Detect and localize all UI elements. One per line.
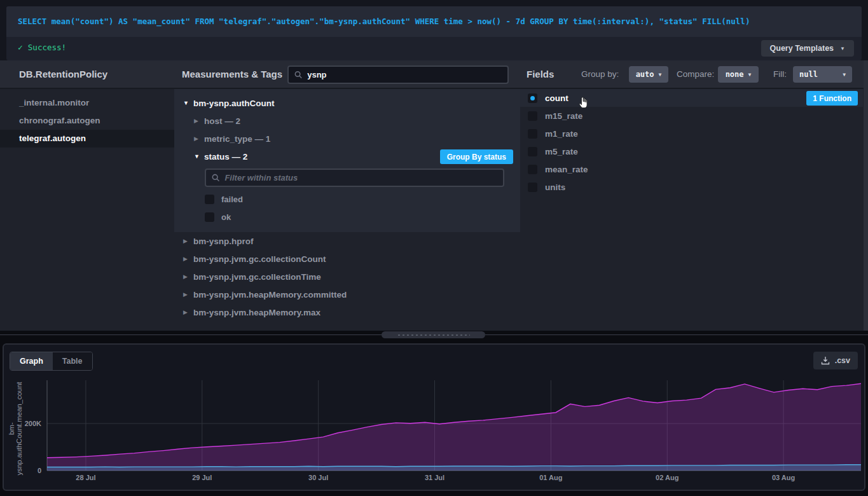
field-checkbox[interactable] xyxy=(528,147,537,156)
measurement-search[interactable] xyxy=(287,65,509,84)
group-by-label: Group by: xyxy=(581,60,619,88)
field-label: units xyxy=(545,183,565,192)
caret-right-icon: ▶ xyxy=(183,291,189,298)
measurements-tree: ▼bm-ysnp.authCount▶host — 2▶metric_type … xyxy=(174,89,520,321)
measurement-label: bm-ysnp.authCount xyxy=(193,99,275,108)
chevron-down-icon: ▼ xyxy=(840,46,845,52)
measurement-row[interactable]: ▶bm-ysnp.jvm.heapMemory.max xyxy=(174,303,520,321)
tag-row[interactable]: ▶metric_type — 1 xyxy=(174,130,520,148)
tag-value-checkbox[interactable] xyxy=(205,212,214,222)
tag-label: metric_type — 1 xyxy=(204,134,270,144)
fill-value: null xyxy=(799,70,818,79)
compare-dropdown[interactable]: none ▼ xyxy=(718,66,759,83)
field-checkbox[interactable] xyxy=(528,165,537,174)
drag-dots-icon xyxy=(397,334,470,336)
tag-row[interactable]: ▼status — 2Group By status xyxy=(174,148,520,165)
db-list: _internal.monitorchronograf.autogenteleg… xyxy=(0,89,174,148)
x-tick-label: 29 Jul xyxy=(192,474,212,481)
query-card: SELECT mean("count") AS "mean_count" FRO… xyxy=(6,6,862,60)
field-row[interactable]: mean_rate xyxy=(520,160,863,178)
field-label: count xyxy=(545,93,568,103)
tag-value-checkbox[interactable] xyxy=(205,195,214,204)
caret-right-icon: ▶ xyxy=(183,238,189,244)
expanded-measurement-panel: ▼bm-ysnp.authCount▶host — 2▶metric_type … xyxy=(174,89,520,232)
query-status: ✓ Success! xyxy=(18,43,66,52)
measurement-label: bm-ysnp.jvm.heapMemory.max xyxy=(193,308,320,317)
tag-label: host — 2 xyxy=(204,116,240,126)
field-row[interactable]: m15_rate xyxy=(520,107,863,125)
fields-list: count1 Functionm15_ratem1_ratem5_ratemea… xyxy=(520,89,863,196)
x-tick-label: 30 Jul xyxy=(308,474,328,481)
tab-table[interactable]: Table xyxy=(53,352,92,370)
field-row[interactable]: count1 Function xyxy=(520,89,863,107)
fill-label: Fill: xyxy=(773,60,787,88)
measurements-panel-title: Measurements & Tags xyxy=(182,60,282,88)
chart-area-failed xyxy=(47,383,861,471)
measurement-row[interactable]: ▶bm-ysnp.jvm.heapMemory.committed xyxy=(174,286,520,303)
field-checkbox[interactable] xyxy=(528,111,537,121)
caret-down-icon: ▼ xyxy=(183,100,189,106)
caret-right-icon: ▶ xyxy=(183,256,189,262)
x-tick-label: 02 Aug xyxy=(656,474,679,481)
fill-dropdown[interactable]: null ▼ xyxy=(793,66,852,83)
download-icon xyxy=(821,356,830,365)
tag-value-label: ok xyxy=(221,212,231,222)
db-item[interactable]: telegraf.autogen xyxy=(0,130,174,148)
graph-table-toggle: GraphTable xyxy=(10,352,93,371)
compare-value: none xyxy=(726,70,744,79)
group-by-dropdown[interactable]: auto ▼ xyxy=(629,66,668,83)
measurement-search-input[interactable] xyxy=(307,70,502,79)
tag-label: status — 2 xyxy=(204,152,247,162)
field-checkbox[interactable] xyxy=(528,129,537,139)
chevron-down-icon: ▼ xyxy=(843,72,846,78)
tag-row[interactable]: ▶host — 2 xyxy=(174,112,520,130)
query-templates-label: Query Templates xyxy=(770,44,834,53)
field-row[interactable]: m5_rate xyxy=(520,142,863,160)
tag-value-filter[interactable] xyxy=(205,169,504,187)
csv-label: .csv xyxy=(835,356,850,365)
explorer-header: DB.RetentionPolicy Measurements & Tags F… xyxy=(0,60,868,89)
db-item[interactable]: chronograf.autogen xyxy=(0,112,174,130)
measurement-label: bm-ysnp.jvm.gc.collectionTime xyxy=(193,272,321,282)
field-row[interactable]: units xyxy=(520,178,863,196)
chevron-down-icon: ▼ xyxy=(659,72,662,78)
y-tick-label: 0 xyxy=(38,467,41,474)
x-tick-label: 03 Aug xyxy=(772,474,795,481)
tag-value-row[interactable]: failed xyxy=(174,190,520,208)
schema-explorer: DB.RetentionPolicy Measurements & Tags F… xyxy=(0,60,868,331)
measurement-label: bm-ysnp.jvm.gc.collectionCount xyxy=(193,254,326,264)
caret-down-icon: ▼ xyxy=(194,153,200,160)
fields-scrollbar[interactable] xyxy=(864,60,868,331)
download-csv-button[interactable]: .csv xyxy=(813,352,858,369)
caret-right-icon: ▶ xyxy=(194,118,200,124)
tag-value-filter-input[interactable] xyxy=(224,173,497,183)
field-row[interactable]: m1_rate xyxy=(520,125,863,142)
x-tick-label: 31 Jul xyxy=(425,474,444,481)
caret-right-icon: ▶ xyxy=(194,135,200,142)
query-input[interactable]: SELECT mean("count") AS "mean_count" FRO… xyxy=(6,6,862,37)
field-label: m1_rate xyxy=(545,129,578,139)
group-by-value: auto xyxy=(636,70,654,79)
tag-value-row[interactable]: ok xyxy=(174,208,520,226)
query-editor-section: SELECT mean("count") AS "mean_count" FRO… xyxy=(0,0,868,60)
resize-handle[interactable] xyxy=(382,331,485,338)
query-templates-button[interactable]: Query Templates ▼ xyxy=(761,40,854,57)
measurement-row[interactable]: ▼bm-ysnp.authCount xyxy=(174,94,520,112)
measurement-row[interactable]: ▶bm-ysnp.jvm.gc.collectionTime xyxy=(174,268,520,286)
measurement-row[interactable]: ▶bm-ysnp.hprof xyxy=(174,232,520,250)
query-status-label: Success! xyxy=(28,43,66,52)
caret-right-icon: ▶ xyxy=(183,273,189,280)
x-tick-label: 28 Jul xyxy=(76,474,95,481)
checkbox-dot xyxy=(530,96,535,100)
tag-value-label: failed xyxy=(221,195,243,204)
timeseries-chart[interactable]: 28 Jul29 Jul30 Jul31 Jul01 Aug02 Aug03 A… xyxy=(4,375,867,491)
tab-graph[interactable]: Graph xyxy=(10,352,53,370)
measurement-row[interactable]: ▶bm-ysnp.jvm.gc.collectionCount xyxy=(174,250,520,268)
search-icon xyxy=(294,71,302,79)
db-item[interactable]: _internal.monitor xyxy=(0,94,174,112)
field-label: m15_rate xyxy=(545,111,582,121)
function-count-badge[interactable]: 1 Function xyxy=(806,91,858,106)
field-checkbox[interactable] xyxy=(528,93,537,103)
field-checkbox[interactable] xyxy=(528,183,537,192)
group-by-status-button[interactable]: Group By status xyxy=(440,149,513,164)
